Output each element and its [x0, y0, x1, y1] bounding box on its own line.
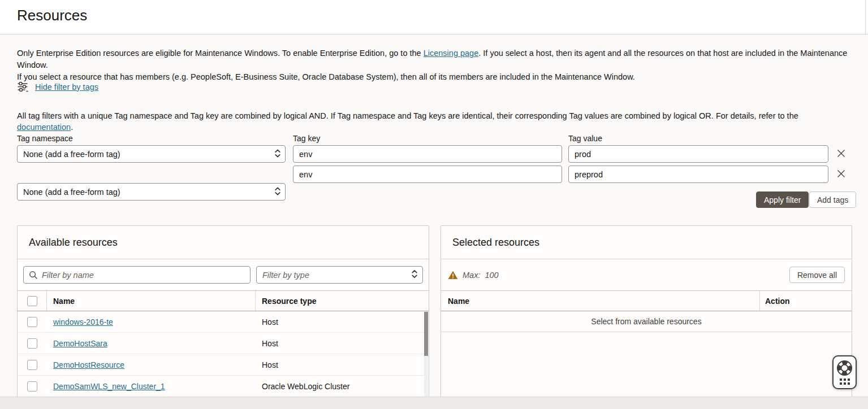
- filter-toggle-row: Hide filter by tags: [17, 81, 98, 93]
- name-filter-box[interactable]: Filter by name: [23, 266, 251, 284]
- name-column-header: Name: [441, 291, 760, 311]
- action-column-header: Action: [760, 297, 852, 306]
- intro-text-before: Only Enterprise Edition resources are el…: [17, 49, 424, 58]
- apply-filter-button[interactable]: Apply filter: [756, 192, 809, 208]
- tag-namespace-select-2[interactable]: None (add a free-form tag): [17, 183, 286, 201]
- max-value: 100: [485, 271, 498, 280]
- help-button[interactable]: [832, 355, 857, 389]
- page-header: Resources: [0, 0, 868, 34]
- type-filter-select[interactable]: Filter by type: [256, 266, 423, 284]
- intro-text-line2: If you select a resource that has member…: [17, 72, 635, 81]
- table-row: DemoHostResource Host: [18, 354, 429, 376]
- resource-type-cell: Host: [256, 360, 429, 369]
- resource-type-cell: Host: [256, 317, 429, 327]
- remove-tag-filter-button-2[interactable]: [835, 168, 847, 181]
- resource-name-link[interactable]: windows-2016-te: [53, 317, 113, 327]
- table-row: windows-2016-te Host: [18, 311, 429, 333]
- tag-namespace-label: Tag namespace: [17, 134, 73, 143]
- type-filter-placeholder: Filter by type: [262, 271, 309, 280]
- intro-text: Only Enterprise Edition resources are el…: [17, 47, 854, 83]
- tag-info-before: All tag filters with a unique Tag namesp…: [17, 111, 798, 120]
- tag-key-input-2[interactable]: [293, 166, 562, 183]
- selected-resources-panel: Selected resources Max: 100 Remove all N…: [441, 225, 852, 397]
- table-scrollbar[interactable]: [424, 312, 428, 397]
- warning-icon: [448, 271, 458, 280]
- available-toolbar: Filter by name Filter by type: [18, 259, 429, 290]
- select-all-checkbox[interactable]: [27, 296, 37, 306]
- max-label: Max:: [463, 271, 480, 280]
- tag-value-input-1[interactable]: [568, 145, 828, 163]
- selected-resources-title: Selected resources: [441, 226, 852, 259]
- table-scrollbar-thumb[interactable]: [424, 312, 428, 356]
- table-row: DemoSamWLS_new_Cluster_1 Oracle WebLogic…: [18, 376, 429, 397]
- row-checkbox[interactable]: [27, 338, 37, 349]
- tag-info-text: All tag filters with a unique Tag namesp…: [17, 110, 854, 133]
- available-table-body: windows-2016-te Host DemoHostSara Host D…: [18, 311, 429, 397]
- chevron-updown-icon: [274, 149, 281, 160]
- documentation-link[interactable]: documentation: [17, 123, 71, 132]
- selected-empty-state: Select from available resources: [441, 311, 852, 332]
- close-icon: [836, 169, 846, 180]
- resource-name-link[interactable]: DemoHostSara: [53, 339, 107, 348]
- scrollbar-gutter: [865, 0, 868, 34]
- sliders-icon: [17, 81, 29, 93]
- selected-toolbar: Max: 100 Remove all: [441, 259, 852, 290]
- resource-type-cell: Host: [256, 339, 429, 348]
- row-checkbox[interactable]: [27, 381, 37, 391]
- page-title: Resources: [17, 7, 87, 24]
- tag-value-input-2[interactable]: [568, 166, 828, 183]
- chevron-updown-icon: [411, 269, 418, 281]
- search-icon: [29, 271, 38, 280]
- resources-page: Resources Only Enterprise Edition resour…: [0, 0, 868, 409]
- resource-name-link[interactable]: DemoHostResource: [53, 360, 124, 369]
- resource-type-column-header: Resource type: [256, 297, 429, 306]
- resource-type-cell: Oracle WebLogic Cluster: [256, 382, 429, 391]
- chevron-updown-icon: [274, 186, 281, 198]
- remove-tag-filter-button-1[interactable]: [835, 148, 847, 160]
- tag-namespace-select-1[interactable]: None (add a free-form tag): [17, 145, 286, 163]
- resource-name-link[interactable]: DemoSamWLS_new_Cluster_1: [53, 382, 165, 391]
- dots-grid-icon: [840, 378, 850, 385]
- available-table-header: Name Resource type: [18, 290, 429, 311]
- tag-info-after: .: [71, 123, 73, 132]
- row-checkbox[interactable]: [27, 360, 37, 370]
- selected-table-header: Name Action: [441, 290, 852, 311]
- name-column-header: Name: [47, 291, 256, 311]
- close-icon: [836, 149, 846, 160]
- licensing-page-link[interactable]: Licensing page: [424, 49, 479, 58]
- tag-key-input-1[interactable]: [293, 145, 562, 163]
- hide-filter-by-tags-link[interactable]: Hide filter by tags: [35, 82, 98, 92]
- tag-namespace-value-1: None (add a free-form tag): [23, 150, 120, 159]
- add-tags-button[interactable]: Add tags: [809, 192, 856, 208]
- available-resources-panel: Available resources Filter by name Filte…: [17, 225, 429, 397]
- tag-value-label: Tag value: [568, 134, 602, 143]
- remove-all-button[interactable]: Remove all: [789, 267, 845, 283]
- table-row: DemoHostSara Host: [18, 333, 429, 354]
- tag-namespace-value-2: None (add a free-form tag): [23, 188, 120, 197]
- name-filter-placeholder: Filter by name: [42, 271, 94, 280]
- available-resources-title: Available resources: [18, 226, 429, 259]
- tag-key-label: Tag key: [293, 134, 320, 143]
- row-checkbox[interactable]: [27, 317, 37, 327]
- bottom-strip: [0, 397, 868, 409]
- life-ring-icon: [836, 360, 853, 376]
